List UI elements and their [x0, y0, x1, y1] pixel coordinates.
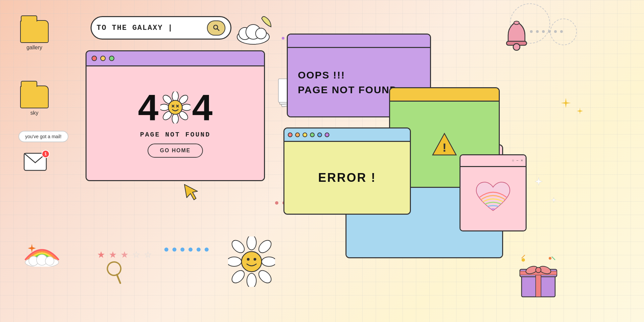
dot-green: [109, 56, 114, 61]
flower-smiley-icon: [160, 92, 191, 122]
sparkle-white-2: [551, 197, 557, 205]
mail-icon[interactable]: 1: [23, 153, 47, 173]
search-input-text[interactable]: TO THE GALAXY |: [97, 24, 204, 32]
error-window: ERROR !: [283, 127, 411, 215]
heart-titlebar: ○ − ×: [461, 155, 526, 167]
dot-yellow: [100, 56, 106, 61]
oops-line1: OOPS !!!: [298, 68, 420, 82]
dot-y: [303, 132, 307, 137]
folder-gallery-icon: [20, 20, 49, 43]
folder-sky-label: sky: [31, 110, 39, 116]
svg-point-28: [514, 21, 519, 24]
svg-point-45: [254, 258, 256, 261]
error-window-dots: [288, 132, 329, 137]
svg-point-37: [228, 257, 241, 266]
daisy-flower-icon: [228, 236, 275, 288]
gift-box-icon: [517, 253, 560, 302]
rainbow-cloud: [20, 238, 64, 268]
svg-point-56: [536, 267, 541, 273]
mail-bubble: you've got a mail!: [18, 131, 68, 142]
svg-point-40: [257, 238, 274, 255]
error-404-display: 4: [138, 89, 212, 126]
search-button[interactable]: [207, 20, 225, 36]
magnifier-icon: [100, 258, 128, 291]
svg-line-49: [552, 257, 555, 260]
go-home-button[interactable]: GO HOME: [148, 144, 203, 158]
heart-body: [461, 167, 526, 230]
svg-point-38: [262, 257, 275, 266]
page-not-found-label: PAGE NOT FOUND: [140, 131, 210, 139]
dot-b: [317, 132, 322, 137]
svg-line-1: [217, 29, 219, 31]
svg-point-10: [181, 104, 191, 110]
svg-point-6: [256, 28, 266, 39]
error-label: ERROR !: [318, 171, 376, 185]
folder-sky-icon: [20, 86, 49, 108]
dot-g: [310, 132, 315, 137]
folder-gallery-label: gallery: [26, 45, 42, 51]
dot-p: [325, 132, 329, 137]
error-titlebar: [284, 128, 410, 142]
moon-cloud: [235, 12, 278, 47]
mail-badge: 1: [42, 150, 50, 158]
svg-point-8: [172, 113, 178, 123]
dot-r: [288, 132, 292, 137]
dot-o: [295, 132, 300, 137]
oops-titlebar: [288, 35, 430, 48]
folder-sky[interactable]: sky: [20, 86, 49, 116]
svg-point-46: [522, 258, 525, 262]
svg-point-32: [45, 257, 54, 265]
sparkle-2: [576, 107, 584, 116]
svg-point-42: [257, 268, 274, 285]
svg-point-47: [549, 257, 551, 260]
bell-icon: [500, 17, 533, 63]
svg-point-15: [168, 100, 182, 114]
svg-point-43: [241, 252, 262, 272]
svg-line-48: [522, 255, 525, 258]
folder-gallery[interactable]: gallery: [20, 20, 49, 51]
sparkle-1: [560, 97, 572, 111]
svg-point-36: [247, 273, 256, 287]
main-404-window: 4: [86, 50, 265, 181]
svg-point-44: [247, 258, 250, 261]
error-body: ERROR !: [284, 142, 410, 214]
blue-dots-row: [164, 248, 209, 252]
window-body: 4: [87, 66, 264, 180]
svg-point-7: [172, 92, 178, 101]
dot-red: [92, 56, 97, 61]
top-dots-row: [530, 30, 563, 33]
sparkle-white-1: [534, 177, 543, 188]
svg-text:!: !: [441, 142, 448, 155]
cursor-arrow-icon: [182, 179, 207, 208]
svg-point-39: [230, 238, 247, 255]
svg-marker-20: [184, 182, 199, 201]
svg-point-35: [247, 236, 256, 250]
svg-line-34: [115, 275, 123, 283]
svg-point-41: [230, 268, 247, 285]
stars-rating: ★ ★ ★ ☆ ☆: [97, 246, 152, 262]
heart-window: ○ − ×: [460, 154, 527, 231]
svg-point-27: [513, 44, 520, 50]
warning-titlebar: [390, 88, 499, 102]
search-bar[interactable]: TO THE GALAXY |: [91, 16, 231, 40]
window-titlebar: [87, 51, 264, 66]
svg-point-33: [106, 260, 123, 277]
